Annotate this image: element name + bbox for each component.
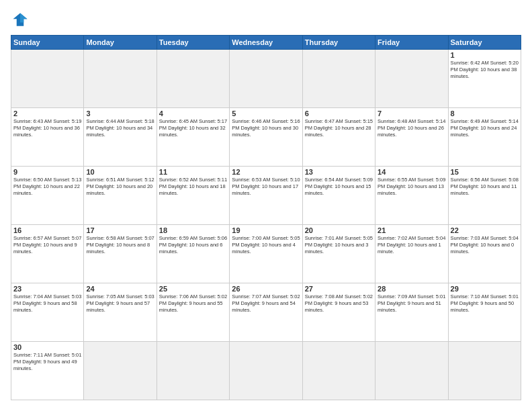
calendar-week-1: 2Sunrise: 6:43 AM Sunset: 5:19 PM Daylig… bbox=[11, 108, 521, 167]
header bbox=[11, 11, 521, 30]
day-info: Sunrise: 6:46 AM Sunset: 5:16 PM Dayligh… bbox=[232, 118, 300, 138]
day-number: 2 bbox=[13, 109, 81, 118]
day-info: Sunrise: 6:52 AM Sunset: 5:11 PM Dayligh… bbox=[159, 177, 227, 197]
calendar-cell: 6Sunrise: 6:47 AM Sunset: 5:15 PM Daylig… bbox=[302, 108, 375, 167]
day-info: Sunrise: 6:58 AM Sunset: 5:07 PM Dayligh… bbox=[86, 235, 154, 255]
calendar-cell bbox=[157, 50, 229, 108]
day-number: 29 bbox=[451, 285, 519, 293]
calendar-cell bbox=[11, 50, 84, 108]
calendar-cell bbox=[448, 342, 521, 400]
day-info: Sunrise: 6:47 AM Sunset: 5:15 PM Dayligh… bbox=[305, 118, 373, 138]
calendar-header-monday: Monday bbox=[84, 36, 157, 50]
day-number: 8 bbox=[451, 109, 519, 118]
calendar-cell: 23Sunrise: 7:04 AM Sunset: 5:03 PM Dayli… bbox=[11, 283, 84, 342]
calendar-header-tuesday: Tuesday bbox=[157, 36, 229, 50]
day-info: Sunrise: 6:50 AM Sunset: 5:13 PM Dayligh… bbox=[13, 177, 81, 197]
calendar-cell: 10Sunrise: 6:51 AM Sunset: 5:12 PM Dayli… bbox=[84, 167, 157, 225]
calendar-cell: 16Sunrise: 6:57 AM Sunset: 5:07 PM Dayli… bbox=[11, 225, 84, 283]
day-info: Sunrise: 7:04 AM Sunset: 5:03 PM Dayligh… bbox=[13, 293, 81, 314]
calendar-cell: 17Sunrise: 6:58 AM Sunset: 5:07 PM Dayli… bbox=[84, 225, 157, 283]
logo bbox=[11, 11, 32, 30]
calendar-table: SundayMondayTuesdayWednesdayThursdayFrid… bbox=[11, 35, 521, 400]
day-number: 17 bbox=[86, 226, 154, 234]
day-number: 18 bbox=[159, 226, 227, 234]
calendar-header-sunday: Sunday bbox=[11, 36, 84, 50]
day-number: 5 bbox=[232, 109, 300, 118]
calendar-cell: 12Sunrise: 6:53 AM Sunset: 5:10 PM Dayli… bbox=[230, 167, 302, 225]
day-info: Sunrise: 7:08 AM Sunset: 5:02 PM Dayligh… bbox=[305, 293, 373, 314]
calendar-cell: 28Sunrise: 7:09 AM Sunset: 5:01 PM Dayli… bbox=[375, 283, 448, 342]
day-info: Sunrise: 7:02 AM Sunset: 5:04 PM Dayligh… bbox=[378, 235, 445, 255]
calendar-cell bbox=[302, 342, 375, 400]
day-number: 10 bbox=[86, 168, 154, 176]
day-info: Sunrise: 6:59 AM Sunset: 5:06 PM Dayligh… bbox=[159, 235, 227, 255]
calendar-header-wednesday: Wednesday bbox=[230, 36, 302, 50]
day-info: Sunrise: 7:01 AM Sunset: 5:05 PM Dayligh… bbox=[305, 235, 373, 255]
day-number: 21 bbox=[378, 226, 445, 234]
day-info: Sunrise: 6:44 AM Sunset: 5:18 PM Dayligh… bbox=[86, 118, 154, 138]
svg-marker-1 bbox=[20, 13, 28, 23]
calendar-cell: 24Sunrise: 7:05 AM Sunset: 5:03 PM Dayli… bbox=[84, 283, 157, 342]
day-info: Sunrise: 7:00 AM Sunset: 5:05 PM Dayligh… bbox=[232, 235, 300, 255]
day-info: Sunrise: 7:06 AM Sunset: 5:02 PM Dayligh… bbox=[159, 293, 227, 314]
day-number: 22 bbox=[451, 226, 519, 234]
calendar-cell: 25Sunrise: 7:06 AM Sunset: 5:02 PM Dayli… bbox=[157, 283, 229, 342]
calendar-cell bbox=[84, 50, 157, 108]
calendar-cell bbox=[84, 342, 157, 400]
day-info: Sunrise: 7:11 AM Sunset: 5:01 PM Dayligh… bbox=[13, 352, 81, 372]
logo-icon bbox=[11, 11, 30, 30]
day-number: 19 bbox=[232, 226, 300, 234]
page: SundayMondayTuesdayWednesdayThursdayFrid… bbox=[0, 0, 532, 411]
calendar-cell: 8Sunrise: 6:49 AM Sunset: 5:14 PM Daylig… bbox=[448, 108, 521, 167]
calendar-cell bbox=[302, 50, 375, 108]
calendar-cell: 19Sunrise: 7:00 AM Sunset: 5:05 PM Dayli… bbox=[230, 225, 302, 283]
day-info: Sunrise: 6:49 AM Sunset: 5:14 PM Dayligh… bbox=[451, 118, 519, 138]
day-info: Sunrise: 6:55 AM Sunset: 5:09 PM Dayligh… bbox=[378, 177, 445, 197]
day-number: 13 bbox=[305, 168, 373, 176]
calendar-header-saturday: Saturday bbox=[448, 36, 521, 50]
calendar-cell bbox=[375, 342, 448, 400]
calendar-cell: 13Sunrise: 6:54 AM Sunset: 5:09 PM Dayli… bbox=[302, 167, 375, 225]
day-number: 28 bbox=[378, 285, 445, 293]
day-number: 25 bbox=[159, 285, 227, 293]
day-info: Sunrise: 6:48 AM Sunset: 5:14 PM Dayligh… bbox=[378, 118, 445, 138]
day-info: Sunrise: 6:54 AM Sunset: 5:09 PM Dayligh… bbox=[305, 177, 373, 197]
calendar-header-row: SundayMondayTuesdayWednesdayThursdayFrid… bbox=[11, 36, 521, 50]
day-number: 15 bbox=[451, 168, 519, 176]
day-number: 9 bbox=[13, 168, 81, 176]
day-info: Sunrise: 7:10 AM Sunset: 5:01 PM Dayligh… bbox=[451, 293, 519, 314]
day-info: Sunrise: 6:53 AM Sunset: 5:10 PM Dayligh… bbox=[232, 177, 300, 197]
calendar-cell: 20Sunrise: 7:01 AM Sunset: 5:05 PM Dayli… bbox=[302, 225, 375, 283]
calendar-cell: 2Sunrise: 6:43 AM Sunset: 5:19 PM Daylig… bbox=[11, 108, 84, 167]
day-number: 26 bbox=[232, 285, 300, 293]
day-info: Sunrise: 7:09 AM Sunset: 5:01 PM Dayligh… bbox=[378, 293, 445, 314]
calendar-cell: 22Sunrise: 7:03 AM Sunset: 5:04 PM Dayli… bbox=[448, 225, 521, 283]
day-info: Sunrise: 6:42 AM Sunset: 5:20 PM Dayligh… bbox=[451, 60, 519, 80]
calendar-cell bbox=[230, 50, 302, 108]
day-info: Sunrise: 6:45 AM Sunset: 5:17 PM Dayligh… bbox=[159, 118, 227, 138]
calendar-week-4: 23Sunrise: 7:04 AM Sunset: 5:03 PM Dayli… bbox=[11, 283, 521, 342]
day-number: 6 bbox=[305, 109, 373, 118]
day-number: 1 bbox=[451, 51, 519, 59]
day-number: 24 bbox=[86, 285, 154, 293]
calendar-week-0: 1Sunrise: 6:42 AM Sunset: 5:20 PM Daylig… bbox=[11, 50, 521, 108]
calendar-cell: 30Sunrise: 7:11 AM Sunset: 5:01 PM Dayli… bbox=[11, 342, 84, 400]
day-number: 30 bbox=[13, 343, 81, 351]
calendar-cell: 14Sunrise: 6:55 AM Sunset: 5:09 PM Dayli… bbox=[375, 167, 448, 225]
calendar-header-thursday: Thursday bbox=[302, 36, 375, 50]
calendar-week-2: 9Sunrise: 6:50 AM Sunset: 5:13 PM Daylig… bbox=[11, 167, 521, 225]
day-number: 4 bbox=[159, 109, 227, 118]
day-info: Sunrise: 6:57 AM Sunset: 5:07 PM Dayligh… bbox=[13, 235, 81, 255]
day-info: Sunrise: 7:03 AM Sunset: 5:04 PM Dayligh… bbox=[451, 235, 519, 255]
day-number: 11 bbox=[159, 168, 227, 176]
day-number: 7 bbox=[378, 109, 445, 118]
day-number: 12 bbox=[232, 168, 300, 176]
day-info: Sunrise: 6:51 AM Sunset: 5:12 PM Dayligh… bbox=[86, 177, 154, 197]
day-info: Sunrise: 7:07 AM Sunset: 5:02 PM Dayligh… bbox=[232, 293, 300, 314]
calendar-week-3: 16Sunrise: 6:57 AM Sunset: 5:07 PM Dayli… bbox=[11, 225, 521, 283]
day-info: Sunrise: 7:05 AM Sunset: 5:03 PM Dayligh… bbox=[86, 293, 154, 314]
calendar-cell: 7Sunrise: 6:48 AM Sunset: 5:14 PM Daylig… bbox=[375, 108, 448, 167]
calendar-cell: 3Sunrise: 6:44 AM Sunset: 5:18 PM Daylig… bbox=[84, 108, 157, 167]
day-info: Sunrise: 6:43 AM Sunset: 5:19 PM Dayligh… bbox=[13, 118, 81, 138]
calendar-cell: 1Sunrise: 6:42 AM Sunset: 5:20 PM Daylig… bbox=[448, 50, 521, 108]
